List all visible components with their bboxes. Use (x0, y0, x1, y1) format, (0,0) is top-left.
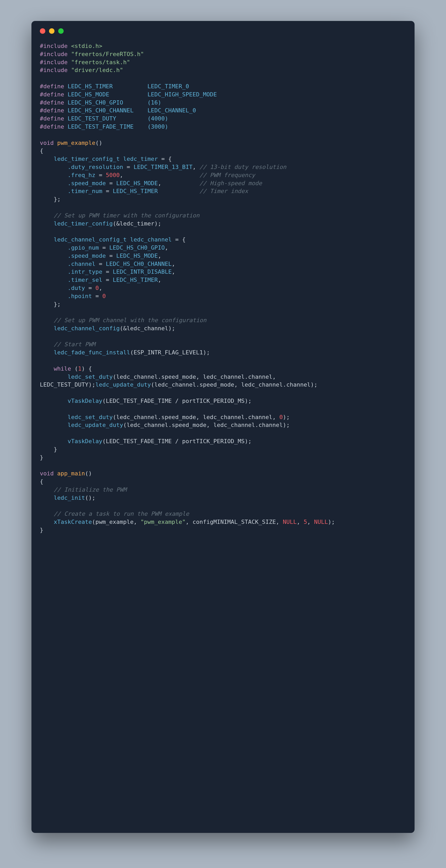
eq: = { (158, 156, 172, 162)
define: #define (40, 107, 64, 114)
val: 5000 (106, 172, 120, 178)
code-window: #include <stdio.h> #include "freertos/Fr… (31, 21, 415, 833)
close: ); (328, 519, 335, 525)
args: (LEDC_TEST_FADE_TIME / portTICK_PERIOD_M… (102, 438, 251, 444)
var: ledc_timer (123, 156, 158, 162)
args: (ledc_channel.speed_mode, ledc_channel.c… (113, 373, 276, 380)
macro-name: LEDC_HS_CH0_CHANNEL (68, 107, 133, 114)
args: (ESP_INTR_FLAG_LEVEL1); (130, 349, 210, 356)
val: LEDC_HS_CH0_CHANNEL (106, 260, 172, 267)
brace: { (40, 148, 43, 154)
val: LEDC_HS_TIMER (113, 277, 158, 283)
fn-call: ledc_set_duty (68, 414, 113, 421)
macro-name: LEDC_TEST_FADE_TIME (68, 123, 133, 130)
val: LEDC_INTR_DISABLE (113, 269, 172, 275)
kw-while: while (54, 365, 71, 372)
fn-call: ledc_update_duty (68, 422, 123, 428)
traffic-lights (40, 28, 406, 34)
type: ledc_channel_config_t (54, 236, 126, 243)
define: #define (40, 123, 64, 130)
var: ledc_channel (130, 236, 172, 243)
kw-void: void (40, 470, 54, 477)
include: #include (40, 43, 68, 49)
fn-app-main: app_main (57, 470, 85, 477)
args: (&ledc_channel); (120, 325, 175, 332)
args: (LEDC_TEST_FADE_TIME / portTICK_PERIOD_M… (102, 398, 251, 404)
define: #define (40, 99, 64, 106)
close: ); (283, 414, 290, 421)
header: "freertos/task.h" (71, 59, 130, 65)
val: LEDC_TIMER_13_BIT (133, 164, 192, 170)
header: <stdio.h> (71, 43, 102, 49)
val: LEDC_HS_MODE (116, 180, 158, 186)
fn-call: vTaskDelay (68, 398, 102, 404)
type: ledc_timer_config_t (54, 156, 120, 162)
kw-void: void (40, 140, 54, 146)
member: .speed_mode (68, 180, 106, 186)
define: #define (40, 91, 64, 98)
macro-val: LEDC_TIMER_0 (148, 83, 189, 90)
macro-val: (3000) (148, 123, 168, 130)
macro-name: LEDC_HS_MODE (68, 91, 109, 98)
define: #define (40, 83, 64, 90)
close: }; (54, 301, 61, 308)
macro-val: LEDC_HIGH_SPEED_MODE (148, 91, 217, 98)
member: .timer_sel (68, 277, 102, 283)
fn-call: ledc_update_duty (95, 381, 151, 388)
fn-call: ledc_init (54, 495, 85, 501)
brace: } (54, 446, 57, 453)
args: (pwm_example, (92, 519, 141, 525)
macro-name: LEDC_HS_CH0_GPIO (68, 99, 123, 106)
brace: } (40, 454, 43, 461)
member: .channel (68, 260, 95, 267)
close-icon[interactable] (40, 28, 45, 34)
comma: , (307, 519, 314, 525)
comment: // PWM frequency (200, 172, 255, 178)
val: 0 (102, 293, 106, 299)
maximize-icon[interactable] (58, 28, 64, 34)
macro-val: LEDC_CHANNEL_0 (148, 107, 196, 114)
comma: , (297, 519, 304, 525)
str: "pwm_example" (141, 519, 185, 525)
comment: // Set up PWM timer with the configurati… (54, 212, 200, 219)
args: (); (85, 495, 95, 501)
eq: = { (172, 236, 185, 243)
macro-val: (4000) (148, 115, 168, 122)
brace: { (40, 478, 43, 485)
fn-call: ledc_channel_config (54, 325, 120, 332)
fn-call: ledc_timer_config (54, 220, 113, 227)
num: 0 (279, 414, 283, 421)
member: .speed_mode (68, 252, 106, 259)
brace: } (40, 527, 43, 533)
args: (ledc_channel.speed_mode, ledc_channel.c… (151, 381, 318, 388)
null: NULL (283, 519, 297, 525)
wrap: LEDC_TEST_DUTY); (40, 381, 95, 388)
comment: // Set up PWM channel with the configura… (54, 317, 207, 323)
member: .duty (68, 285, 85, 291)
args: (ledc_channel.speed_mode, ledc_channel.c… (123, 422, 290, 428)
member: .hpoint (68, 293, 92, 299)
fn-call: ledc_fade_func_install (54, 349, 130, 356)
val: LEDC_HS_TIMER (113, 188, 158, 194)
member: .freq_hz (68, 172, 95, 178)
close: }; (54, 196, 61, 203)
fn-call: vTaskDelay (68, 438, 102, 444)
num: 1 (78, 365, 82, 372)
include: #include (40, 51, 68, 57)
member: .timer_num (68, 188, 102, 194)
comment: // 13-bit duty resolution (200, 164, 286, 170)
macro-val: (16) (148, 99, 161, 106)
include: #include (40, 59, 68, 65)
null: NULL (314, 519, 328, 525)
comment: // High-speed mode (200, 180, 262, 186)
args: , configMINIMAL_STACK_SIZE, (185, 519, 283, 525)
member: .intr_type (68, 269, 102, 275)
val: 0 (95, 285, 99, 291)
member: .gpio_num (68, 244, 99, 251)
code-block: #include <stdio.h> #include "freertos/Fr… (40, 42, 406, 534)
fn-call: ledc_set_duty (68, 373, 113, 380)
val: LEDC_HS_CH0_GPIO (109, 244, 165, 251)
define: #define (40, 115, 64, 122)
member: .duty_resolution (68, 164, 123, 170)
minimize-icon[interactable] (49, 28, 55, 34)
